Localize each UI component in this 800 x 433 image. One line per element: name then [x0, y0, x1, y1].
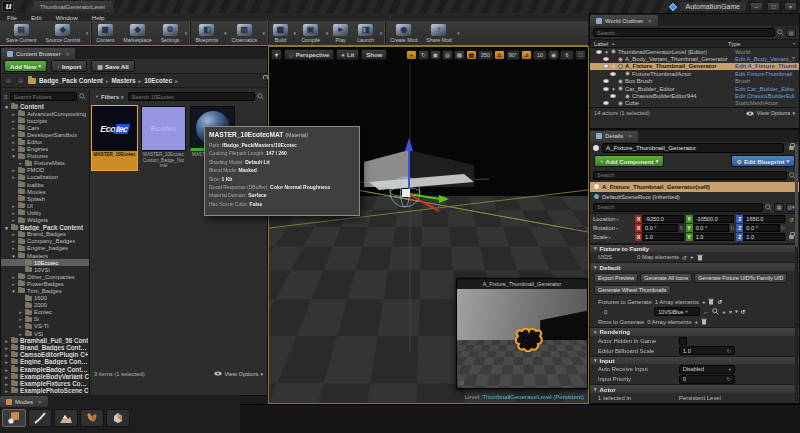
viewport-panel[interactable]: ▾ ◇Perspective ●Lit Show + ↻ ▣ ◍ ▦ ▦ 350…: [268, 46, 589, 404]
rotation-dial-icon[interactable]: ↻: [730, 225, 734, 231]
expander-icon[interactable]: [11, 118, 16, 124]
folder-tree-item[interactable]: Engines: [1, 146, 89, 153]
expander-icon[interactable]: [11, 210, 16, 216]
expander-icon[interactable]: [11, 125, 16, 131]
rotation-z-field[interactable]: 0.0 °: [743, 224, 779, 232]
scale-z-field[interactable]: 1.0: [743, 233, 785, 241]
outliner-actor-row[interactable]: ChassisBuilderEditor944 Edit ChassisBuil…: [590, 92, 799, 99]
expander-icon[interactable]: [4, 358, 9, 365]
save-all-button[interactable]: ▤Save All: [91, 60, 135, 72]
outliner-actor-row[interactable]: Car_Builder_Editor Edit Car_Builder_Edit…: [590, 85, 799, 92]
expander-icon[interactable]: [4, 103, 9, 110]
expander-icon[interactable]: [611, 63, 616, 69]
outliner-actor-row[interactable]: Cube StaticMeshActor: [590, 100, 799, 107]
dropdown-caret-icon[interactable]: [224, 30, 227, 36]
generate-wheel-thumbnails-button[interactable]: Generate Wheel Thumbnails: [594, 285, 671, 295]
level-status[interactable]: Level: ThumbnailGeneratorLevel (Persiste…: [465, 394, 584, 400]
outliner-settings-button[interactable]: ▥: [786, 28, 796, 37]
dropdown-caret-icon[interactable]: [185, 30, 188, 36]
folder-tree-item[interactable]: Other_Companies: [1, 273, 89, 280]
scale-lock-icon[interactable]: [789, 235, 794, 239]
expander-icon[interactable]: [11, 111, 16, 117]
rotation-x-field[interactable]: 0.0 °: [642, 224, 678, 232]
toolbar-button[interactable]: ▣ Compile: [297, 22, 329, 44]
toolbar-button[interactable]: ◆ Marketplace: [119, 22, 156, 44]
visibility-eye-icon[interactable]: [603, 79, 609, 83]
menu-item[interactable]: Help: [85, 14, 112, 21]
folder-tree-item[interactable]: 10Ecotec: [1, 259, 89, 266]
folder-tree-item[interactable]: Company_Badges: [1, 238, 89, 245]
browse-icon[interactable]: [712, 308, 719, 315]
details-tab[interactable]: Details ×: [590, 131, 638, 142]
expander-icon[interactable]: [11, 217, 16, 223]
rotation-dial-icon[interactable]: ↻: [781, 225, 785, 231]
input-priority-field[interactable]: 0↻: [679, 375, 735, 384]
search-assets-input[interactable]: [128, 92, 256, 101]
toolbar-button[interactable]: ▦ Content: [91, 22, 119, 44]
expander-icon[interactable]: [4, 380, 9, 387]
folder-tree-item[interactable]: ExamplePhotoScene C: [1, 387, 89, 394]
perspective-button[interactable]: ◇Perspective: [284, 49, 334, 60]
actor-type-link[interactable]: StaticMeshActor: [735, 100, 797, 106]
element-options-caret-icon[interactable]: ▾: [735, 309, 737, 314]
expander-icon[interactable]: [4, 366, 9, 373]
rotation-y-field[interactable]: 0.0 °: [693, 224, 729, 232]
toolbar-button[interactable]: ▩ Build: [268, 22, 297, 44]
folder-tree-item[interactable]: Localization: [1, 174, 89, 181]
toolbar-button[interactable]: ⚙ Settings: [157, 22, 189, 44]
folder-tree-item[interactable]: CamsoEditorPlugin C+: [1, 351, 89, 358]
section-actor[interactable]: Actor: [590, 384, 799, 393]
close-tab-icon[interactable]: ×: [648, 18, 652, 24]
dropdown-caret-icon[interactable]: [294, 30, 297, 36]
grid-snap-icon[interactable]: ▦: [466, 50, 477, 60]
viewport-scene[interactable]: A_Fixture_Thumbnail_Generator ⊡ Level: T…: [269, 62, 588, 403]
menu-item[interactable]: Window: [49, 14, 85, 21]
spinner-icon[interactable]: ↻: [727, 376, 731, 382]
add-element-icon[interactable]: +: [702, 299, 706, 305]
reset-to-default-icon[interactable]: ↺: [741, 308, 746, 315]
actor-type-link[interactable]: Edit A_Fixture_Thumb: [735, 63, 797, 69]
toolbar-button[interactable]: ◉ Create Mod: [385, 22, 422, 44]
close-tab-icon[interactable]: ×: [38, 399, 42, 405]
outliner-actor-row[interactable]: FixtureThumbnailActor Edit FixtureThumbn…: [590, 70, 799, 77]
toolbar-button[interactable]: ▤ Save Current: [2, 22, 42, 44]
actor-type-link[interactable]: Brush: [735, 78, 797, 84]
outliner-actor-row[interactable]: A_Fixture_Thumbnail_Generator Edit A_Fix…: [590, 63, 799, 70]
folder-tree-item[interactable]: bscripts: [1, 117, 89, 124]
toolbar-button[interactable]: ◧ Blueprints: [190, 22, 227, 44]
location-z-field[interactable]: 1650.0: [743, 215, 785, 223]
generate-all-icons-button[interactable]: Generate All Icons: [640, 273, 692, 283]
expander-icon[interactable]: [18, 309, 23, 315]
scale-x-field[interactable]: 1.0: [642, 233, 684, 241]
spinner-icon[interactable]: ↻: [727, 348, 731, 354]
folder-tree-item[interactable]: Fixtures: [1, 153, 89, 160]
visibility-eye-icon[interactable]: [603, 64, 609, 68]
rotate-tool-icon[interactable]: ↻: [418, 50, 429, 60]
scale-snap-icon[interactable]: ⊿: [521, 50, 532, 60]
section-input[interactable]: Input: [590, 356, 799, 365]
folder-tree-item[interactable]: Engine_badges: [1, 245, 89, 252]
dropdown-caret-icon[interactable]: [326, 30, 329, 36]
delete-icon[interactable]: [697, 254, 703, 261]
toolbar-button[interactable]: ◈ Source Control: [42, 22, 90, 44]
folder-tree-item[interactable]: Badge_Pack Content: [1, 224, 89, 231]
toolbar-button[interactable]: ▧ Cinematics: [227, 22, 266, 44]
property-search-input[interactable]: [593, 203, 763, 212]
folder-tree-item[interactable]: PowerBadges: [1, 280, 89, 287]
expander-icon[interactable]: [604, 49, 609, 55]
component-row[interactable]: A_Fixture_Thumbnail_Generator(self): [590, 182, 799, 192]
expander-icon[interactable]: [4, 351, 9, 358]
location-x-field[interactable]: -9250.0: [642, 215, 684, 223]
view-options-button[interactable]: View Options: [214, 371, 263, 377]
folder-tree-item[interactable]: Brand_Badges: [1, 231, 89, 238]
rotation-snap-icon[interactable]: ∆: [494, 50, 505, 60]
toolbar-button[interactable]: ► Play: [329, 22, 353, 44]
folder-tree-item[interactable]: Trim_Badges: [1, 287, 89, 294]
expander-icon[interactable]: [11, 253, 16, 259]
lock-icon[interactable]: [789, 146, 794, 150]
folder-tree-item[interactable]: lualibs: [1, 181, 89, 188]
expander-icon[interactable]: [11, 132, 16, 138]
folder-tree-item[interactable]: ExampleBodyVariant C: [1, 373, 89, 380]
type-column-header[interactable]: Type: [728, 41, 790, 47]
delete-icon[interactable]: [708, 298, 714, 305]
